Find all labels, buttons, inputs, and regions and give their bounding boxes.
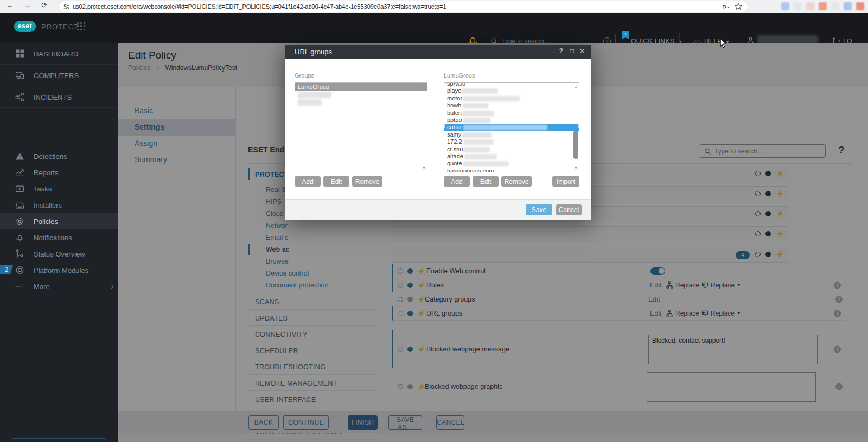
sidebar-item-status-overview[interactable]: Status Overview bbox=[0, 246, 118, 262]
eset-logo[interactable]: eset bbox=[14, 21, 36, 32]
detections-icon bbox=[15, 152, 24, 161]
submit-feedback-button[interactable]: Submit Feedback bbox=[11, 438, 107, 442]
groups-remove-button[interactable]: Remove bbox=[352, 176, 382, 187]
url-list-item[interactable]: ct.snu bbox=[444, 146, 579, 153]
url-list-item[interactable]: motor bbox=[444, 95, 579, 102]
incidents-icon bbox=[15, 92, 24, 101]
chevron-right-icon: › bbox=[111, 281, 114, 292]
browser-extension-icon[interactable] bbox=[831, 2, 839, 10]
urls-remove-button[interactable]: Remove bbox=[501, 176, 532, 187]
platform-modules-icon bbox=[15, 266, 24, 275]
groups-list-label: Groups bbox=[295, 72, 314, 79]
url-list-item[interactable]: hasgooquais.com bbox=[444, 168, 579, 172]
url-list-item[interactable]: 172.2 bbox=[444, 138, 579, 145]
groups-edit-button[interactable]: Edit bbox=[323, 176, 349, 187]
policies-gear-icon bbox=[15, 217, 24, 226]
app-header: eset PROTECT ? 1 QUICK LINKS▼ ?HELP▼ LO bbox=[0, 13, 868, 43]
browser-refresh-icon[interactable]: ⟳ bbox=[41, 1, 47, 9]
dialog-help-icon[interactable]: ? bbox=[559, 47, 563, 55]
sidebar-item-more[interactable]: ⋯ More › bbox=[0, 278, 118, 294]
dialog-cancel-button[interactable]: Cancel bbox=[556, 204, 582, 215]
dialog-footer: Save Cancel bbox=[285, 199, 591, 220]
bookmark-star-icon[interactable] bbox=[735, 3, 742, 10]
notifications-bell-icon bbox=[15, 233, 24, 242]
address-bar[interactable]: us02.protect.eset.com/era/webconsole/#id… bbox=[60, 1, 748, 12]
dashboard-icon bbox=[15, 49, 24, 58]
browser-forward-icon[interactable]: → bbox=[24, 1, 31, 9]
browser-extension-icon[interactable] bbox=[806, 2, 814, 10]
group-name-label: LumuGroup bbox=[444, 72, 475, 79]
sidebar-item-dashboard[interactable]: DASHBOARD bbox=[0, 43, 118, 65]
sidebar-item-notifications[interactable]: Notifications bbox=[0, 229, 118, 246]
browser-back-icon[interactable]: ← bbox=[7, 1, 14, 9]
reports-icon bbox=[15, 168, 24, 177]
sidebar-item-incidents[interactable]: INCIDENTS bbox=[0, 86, 118, 108]
sidebar-item-computers[interactable]: COMPUTERS bbox=[0, 65, 118, 86]
browser-extension-icon[interactable] bbox=[819, 2, 827, 10]
sidebar-item-tasks[interactable]: Tasks bbox=[0, 181, 118, 197]
notification-count-badge: 1 bbox=[622, 31, 629, 39]
url-list-item[interactable]: playe bbox=[444, 87, 579, 94]
browser-extension-icon[interactable] bbox=[781, 2, 789, 10]
scroll-down-icon[interactable]: ▼ bbox=[574, 166, 578, 170]
scroll-up-icon[interactable]: ▲ bbox=[422, 85, 426, 89]
product-name: PROTECT bbox=[41, 23, 79, 31]
groups-listbox[interactable]: LumuGroup ▲ ▼ bbox=[295, 82, 427, 172]
url-text: us02.protect.eset.com/era/webconsole/#id… bbox=[73, 3, 680, 10]
sidebar: DASHBOARD COMPUTERS INCIDENTS Detections… bbox=[0, 43, 118, 442]
sidebar-item-reports[interactable]: Reports bbox=[0, 164, 118, 181]
url-list-item[interactable]: altade bbox=[444, 153, 579, 160]
dialog-titlebar[interactable]: URL groups ? □ ✕ bbox=[285, 45, 591, 59]
redacted-group-item[interactable] bbox=[298, 99, 322, 106]
scroll-down-icon[interactable]: ▼ bbox=[422, 166, 426, 170]
scrollbar-thumb[interactable] bbox=[573, 131, 578, 159]
url-groups-dialog: URL groups ? □ ✕ Groups LumuGroup LumuGr… bbox=[285, 45, 591, 220]
url-list-item[interactable]: bulen bbox=[444, 110, 579, 117]
urls-add-button[interactable]: Add bbox=[444, 176, 470, 187]
screen: ← → ⟳ us02.protect.eset.com/era/webconso… bbox=[0, 0, 868, 442]
app-grid-icon[interactable] bbox=[77, 22, 86, 31]
installers-icon bbox=[15, 201, 24, 210]
groups-add-button[interactable]: Add bbox=[295, 176, 321, 187]
sidebar-item-installers[interactable]: Installers bbox=[0, 197, 118, 213]
browser-chrome: ← → ⟳ us02.protect.eset.com/era/webconso… bbox=[0, 0, 868, 13]
dialog-title: URL groups bbox=[295, 48, 332, 56]
browser-extension-icon[interactable] bbox=[856, 2, 864, 10]
sidebar-item-detections[interactable]: Detections bbox=[0, 148, 118, 164]
dialog-save-button[interactable]: Save bbox=[526, 204, 552, 215]
redacted-group-item[interactable] bbox=[298, 92, 331, 98]
sidebar-item-platform-modules[interactable]: 2 Platform Modules bbox=[0, 262, 118, 278]
tasks-icon bbox=[15, 184, 24, 194]
mouse-cursor bbox=[719, 38, 727, 49]
sidebar-item-policies[interactable]: Policies bbox=[0, 213, 118, 229]
url-list-item[interactable]: pptpo bbox=[444, 117, 579, 124]
site-info-icon[interactable] bbox=[63, 3, 70, 10]
password-key-icon[interactable] bbox=[722, 3, 729, 10]
url-list-item[interactable]: sprw.io bbox=[444, 82, 579, 87]
url-list-item-selected[interactable]: canar bbox=[444, 124, 579, 131]
urls-edit-button[interactable]: Edit bbox=[473, 176, 499, 187]
dialog-maximize-icon[interactable]: □ bbox=[570, 47, 574, 55]
group-list-item-selected[interactable]: LumuGroup bbox=[295, 83, 427, 91]
scroll-up-icon[interactable]: ▲ bbox=[574, 85, 578, 89]
computers-icon bbox=[15, 71, 24, 80]
url-list-item[interactable]: quote bbox=[444, 160, 579, 167]
url-list-item[interactable]: howh bbox=[444, 102, 579, 109]
browser-extension-icon[interactable] bbox=[844, 2, 852, 10]
url-list-item[interactable]: samy bbox=[444, 131, 579, 138]
dialog-close-icon[interactable]: ✕ bbox=[579, 47, 585, 55]
url-listbox[interactable]: sprw.io playe motor howh bulen pptpo can… bbox=[444, 82, 579, 172]
platform-modules-badge: 2 bbox=[0, 265, 13, 274]
browser-extension-icon[interactable] bbox=[794, 2, 802, 10]
more-icon: ⋯ bbox=[15, 282, 24, 291]
urls-import-button[interactable]: Import bbox=[552, 176, 579, 187]
status-overview-icon bbox=[15, 249, 24, 259]
